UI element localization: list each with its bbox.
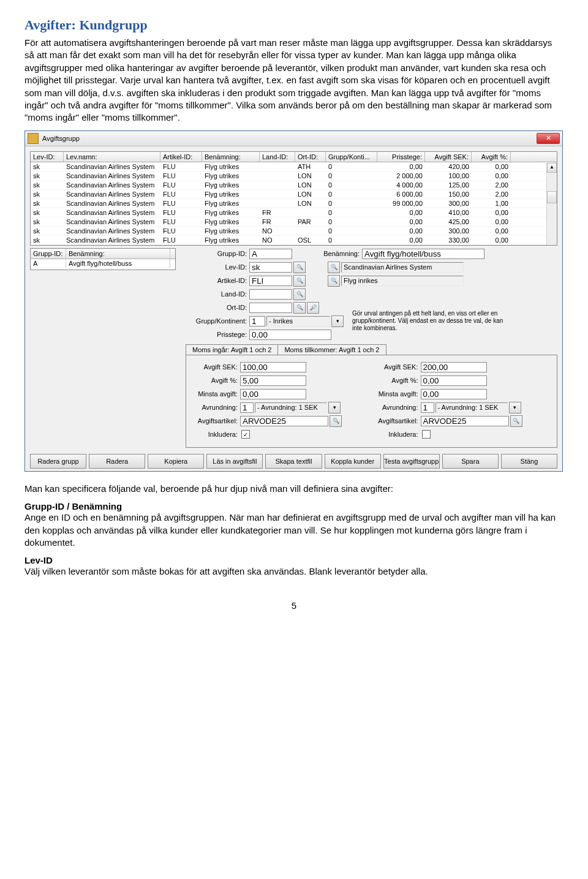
- stang-button[interactable]: Stäng: [501, 454, 557, 469]
- radera-grupp-button[interactable]: Radera grupp: [30, 454, 86, 469]
- window-title: Avgiftsgrupp: [42, 135, 537, 142]
- avgiftsek2-input[interactable]: [421, 362, 487, 372]
- search-land-icon[interactable]: 🔍: [293, 289, 306, 300]
- label-minstaavgift1: Minsta avgift:: [191, 390, 238, 398]
- col-avgiftsek[interactable]: Avgift SEK:: [425, 152, 472, 162]
- cell-pct: 1,00: [472, 199, 511, 208]
- scroll-thumb[interactable]: [547, 191, 557, 203]
- mini-r2: Avgift flyg/hotell/buss: [66, 259, 170, 268]
- kopiera-button[interactable]: Kopiera: [148, 454, 204, 469]
- avrundning2-dd-icon[interactable]: ▾: [509, 402, 521, 413]
- col-ortid[interactable]: Ort-ID:: [295, 152, 326, 162]
- magnify-ort-icon[interactable]: 🔎: [307, 302, 319, 314]
- col-benamning[interactable]: Benämning:: [202, 152, 260, 162]
- cell-art: FLU: [160, 217, 202, 226]
- prisstege-input[interactable]: [249, 330, 331, 340]
- minstaavgift2-input[interactable]: [421, 389, 487, 399]
- cell-lev: sk: [31, 236, 64, 244]
- col-avgiftpct[interactable]: Avgift %:: [472, 152, 511, 162]
- table-row[interactable]: skScandinavian Airlines SystemFLUFlyg ut…: [31, 162, 557, 172]
- inkludera1-checkbox[interactable]: ✓: [241, 430, 250, 439]
- label-artikelid: Artikel-ID:: [186, 277, 247, 284]
- cell-grk: 0: [326, 217, 377, 226]
- gruppid-input[interactable]: [249, 249, 292, 259]
- testa-avgiftsgrupp-button[interactable]: Testa avgiftsgrupp: [383, 454, 440, 469]
- avgiftsek1-input[interactable]: [240, 362, 306, 372]
- avgiftpct1-input[interactable]: [240, 375, 306, 386]
- skapa-textfil-button[interactable]: Skapa textfil: [265, 454, 322, 469]
- avrundning1-input[interactable]: [240, 402, 254, 413]
- levid-input[interactable]: [249, 262, 292, 273]
- label-gruppkontinent: Grupp/Kontinent:: [186, 317, 247, 325]
- cell-ort: LON: [295, 172, 326, 180]
- hint-text: Gör urval antingen på ett helt land, en …: [352, 310, 505, 332]
- cell-levn: Scandinavian Airlines System: [64, 190, 160, 198]
- tab-moms-tillkommer[interactable]: Moms tillkommer: Avgift 1 och 2: [277, 344, 386, 355]
- col-artikelid[interactable]: Artikel-ID:: [160, 152, 202, 162]
- search-levname-icon[interactable]: 🔍: [328, 262, 340, 273]
- label-avgiftsartikel1: Avgiftsartikel:: [191, 417, 238, 424]
- table-row[interactable]: skScandinavian Airlines SystemFLUFlyg ut…: [31, 199, 557, 208]
- cell-ben: Flyg utrikes: [202, 208, 260, 217]
- minicol-gruppid[interactable]: Grupp-ID:: [31, 249, 66, 258]
- cell-pris: 2 000,00: [377, 172, 425, 180]
- table-row[interactable]: skScandinavian Airlines SystemFLUFlyg ut…: [31, 227, 557, 236]
- minstaavgift1-input[interactable]: [240, 389, 306, 399]
- radera-button[interactable]: Radera: [89, 454, 145, 469]
- table-row[interactable]: skScandinavian Airlines SystemFLUFlyg ut…: [31, 236, 557, 245]
- cell-grk: 0: [326, 190, 377, 198]
- col-gruppkonti[interactable]: Grupp/Konti...: [326, 152, 377, 162]
- avgifter-grid[interactable]: Lev-ID: Lev.namn: Artikel-ID: Benämning:…: [30, 151, 557, 246]
- col-levid[interactable]: Lev-ID:: [31, 152, 64, 162]
- artname-display: Flyg inrikes: [341, 276, 464, 286]
- table-row[interactable]: skScandinavian Airlines SystemFLUFlyg ut…: [31, 181, 557, 190]
- vertical-scrollbar[interactable]: ▲: [546, 163, 557, 245]
- avrundning2-input[interactable]: [421, 402, 434, 413]
- avgiftsartikel1-input[interactable]: [240, 416, 328, 426]
- artikelid-input[interactable]: [249, 276, 292, 286]
- close-icon[interactable]: ✕: [537, 133, 560, 144]
- search-lev-icon[interactable]: 🔍: [293, 262, 306, 273]
- cell-art: FLU: [160, 227, 202, 235]
- search-art-icon[interactable]: 🔍: [293, 275, 306, 287]
- avgiftpct2-input[interactable]: [421, 375, 487, 386]
- search-ort-icon[interactable]: 🔍: [293, 302, 306, 314]
- scroll-up-icon[interactable]: ▲: [547, 163, 557, 173]
- table-row[interactable]: skScandinavian Airlines SystemFLUFlyg ut…: [31, 217, 557, 227]
- search-avgart2-icon[interactable]: 🔍: [510, 415, 522, 427]
- spara-button[interactable]: Spara: [442, 454, 499, 469]
- table-row[interactable]: skScandinavian Airlines SystemFLUFlyg ut…: [31, 208, 557, 217]
- table-row[interactable]: skScandinavian Airlines SystemFLUFlyg ut…: [31, 190, 557, 199]
- koppla-kunder-button[interactable]: Koppla kunder: [325, 454, 381, 469]
- cell-lev: sk: [31, 172, 64, 180]
- gruppkont-name: - Inrikes: [266, 316, 330, 326]
- avgiftsartikel2-input[interactable]: [421, 416, 509, 426]
- cell-art: FLU: [160, 190, 202, 198]
- benamning-input[interactable]: [362, 249, 484, 259]
- cell-art: FLU: [160, 172, 202, 180]
- gruppkont-input[interactable]: [249, 316, 265, 326]
- label-avgiftsek2: Avgift SEK:: [372, 363, 418, 371]
- las-in-avgiftsfil-button[interactable]: Läs in avgiftsfil: [206, 454, 263, 469]
- landid-input[interactable]: [249, 289, 292, 300]
- ortid-input[interactable]: [249, 303, 292, 313]
- cell-art: FLU: [160, 199, 202, 208]
- cell-grk: 0: [326, 181, 377, 189]
- tab-moms-ingar[interactable]: Moms ingår: Avgift 1 och 2: [186, 344, 278, 355]
- col-prisstege[interactable]: Prisstege:: [377, 152, 425, 162]
- table-row[interactable]: skScandinavian Airlines SystemFLUFlyg ut…: [31, 172, 557, 181]
- minicol-benamning[interactable]: Benämning:: [66, 249, 170, 258]
- label-avgiftsek1: Avgift SEK:: [191, 363, 238, 371]
- inkludera2-checkbox[interactable]: [422, 430, 431, 439]
- dropdown-grk-icon[interactable]: ▾: [331, 315, 344, 327]
- cell-sek: 125,00: [425, 181, 472, 189]
- search-artname-icon[interactable]: 🔍: [328, 275, 340, 287]
- col-levnamn[interactable]: Lev.namn:: [64, 152, 160, 162]
- search-avgart1-icon[interactable]: 🔍: [330, 415, 342, 427]
- cell-ort: OSL: [295, 236, 326, 244]
- avrundning1-dd-icon[interactable]: ▾: [328, 402, 341, 413]
- col-landid[interactable]: Land-ID:: [260, 152, 295, 162]
- grupp-minigrid[interactable]: Grupp-ID:Benämning: AAvgift flyg/hotell/…: [30, 248, 176, 270]
- cell-grk: 0: [326, 227, 377, 235]
- cell-pct: 0,00: [472, 172, 511, 180]
